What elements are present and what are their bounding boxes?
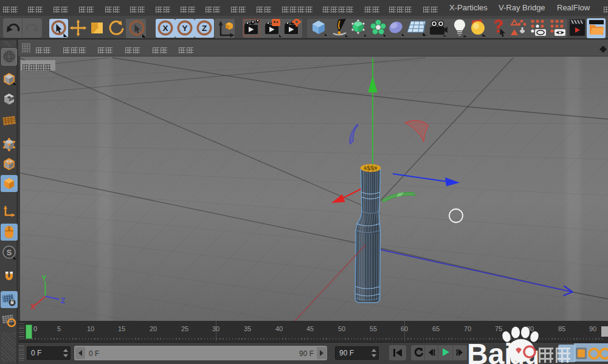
- svg-text:Z: Z: [61, 297, 65, 305]
- svg-text:X: X: [30, 303, 35, 311]
- svg-text:Y: Y: [42, 274, 47, 283]
- svg-text:Bai: Bai: [467, 338, 513, 364]
